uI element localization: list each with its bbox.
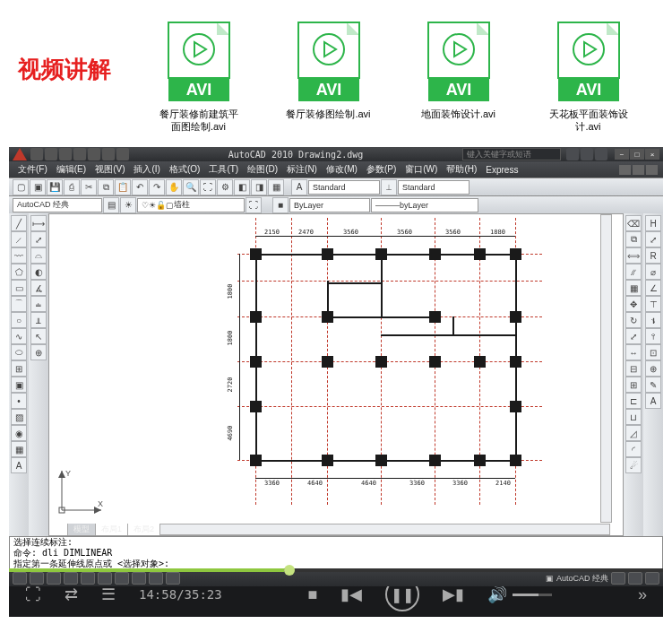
zoom-button[interactable]: 🔍 <box>183 179 199 195</box>
copy-button[interactable]: ⧉ <box>98 179 114 195</box>
status-model[interactable]: ▣ <box>546 574 554 583</box>
menu-parametric[interactable]: 参数(P) <box>363 163 400 176</box>
v-scrollbar[interactable] <box>600 214 612 523</box>
help-search-input[interactable]: 键入关键字或短语 <box>462 148 561 160</box>
mdi-close[interactable] <box>646 165 658 175</box>
qp-toggle[interactable] <box>166 572 180 585</box>
dim-style-button[interactable]: ⟂ <box>381 179 397 195</box>
dimstyle[interactable]: A <box>645 393 661 409</box>
trim-tool[interactable]: ⊟ <box>625 360 642 377</box>
qat-button[interactable] <box>45 148 57 160</box>
qat-button[interactable] <box>102 148 115 160</box>
stop-button[interactable]: ■ <box>307 585 317 604</box>
explode-tool[interactable]: ☄ <box>625 457 642 473</box>
otrack-toggle[interactable] <box>98 572 112 585</box>
status-button[interactable] <box>645 572 659 585</box>
menu-express[interactable]: Express <box>482 165 521 175</box>
color-select[interactable]: ByLayer <box>289 198 370 212</box>
chamfer-tool[interactable]: ◿ <box>625 425 642 441</box>
qat-button[interactable] <box>59 148 72 160</box>
zoom-extents[interactable]: ⛶ <box>200 179 216 195</box>
cut-button[interactable]: ✂ <box>81 179 97 195</box>
ortho-toggle[interactable] <box>47 572 61 585</box>
menu-window[interactable]: 窗口(W) <box>401 163 441 176</box>
paste-button[interactable]: 📋 <box>115 179 131 195</box>
circle-tool[interactable]: ○ <box>11 312 27 328</box>
ducs-toggle[interactable] <box>115 572 129 585</box>
dim-radius[interactable]: ◐ <box>30 264 47 280</box>
loop-icon[interactable]: ⇄ <box>65 585 78 604</box>
video-progress[interactable] <box>9 568 663 572</box>
dim-angular[interactable]: ∡ <box>30 280 47 296</box>
tab-layout2[interactable]: 布局2 <box>128 524 160 535</box>
layer-tool[interactable]: ⛶ <box>246 197 262 213</box>
polygon-tool[interactable]: ⬠ <box>11 264 27 280</box>
dimdia[interactable]: ⌀ <box>645 264 661 280</box>
table-tool[interactable]: ▦ <box>11 441 27 457</box>
point-tool[interactable]: • <box>11 393 27 409</box>
lwt-toggle[interactable] <box>149 572 163 585</box>
pan-button[interactable]: ✋ <box>166 179 182 195</box>
dim-linear[interactable]: ⟼ <box>30 215 47 231</box>
dim-leader[interactable]: ↖ <box>30 328 47 344</box>
tool-button[interactable]: ◧ <box>234 179 250 195</box>
rotate-tool[interactable]: ↻ <box>625 312 642 328</box>
qat-button[interactable] <box>30 148 43 160</box>
maximize-button[interactable]: □ <box>630 149 644 160</box>
scale-tool[interactable]: ⤢ <box>625 328 642 344</box>
status-button[interactable] <box>628 572 642 585</box>
break-tool[interactable]: ⊏ <box>625 393 642 409</box>
dimedit[interactable]: ✎ <box>645 377 661 393</box>
polar-toggle[interactable] <box>64 572 78 585</box>
open-button[interactable]: ▣ <box>30 179 46 195</box>
erase-tool[interactable]: ⌫ <box>625 215 642 231</box>
qat-button[interactable] <box>73 148 86 160</box>
line-tool[interactable]: ╱ <box>11 215 27 231</box>
text-tool[interactable]: A <box>11 457 27 473</box>
menu-draw[interactable]: 绘图(D) <box>244 163 281 176</box>
menu-modify[interactable]: 修改(M) <box>323 163 361 176</box>
spline-tool[interactable]: ∿ <box>11 328 27 344</box>
osnap-toggle[interactable] <box>81 572 95 585</box>
file-item[interactable]: AVI 餐厅装修图绘制.avi <box>286 22 371 120</box>
copy-tool[interactable]: ⧉ <box>625 231 642 247</box>
status-workspace[interactable]: AutoCAD 经典 <box>556 573 608 585</box>
join-tool[interactable]: ⊔ <box>625 409 642 425</box>
progress-knob[interactable] <box>284 565 295 576</box>
mdi-min[interactable] <box>619 165 631 175</box>
tool-button[interactable]: ▦ <box>268 179 284 195</box>
tool-button[interactable]: ⚙ <box>217 179 233 195</box>
qat-button[interactable] <box>88 148 100 160</box>
ellipse-tool[interactable]: ⬭ <box>11 344 27 360</box>
extend-tool[interactable]: ⊞ <box>625 377 642 393</box>
collapse-icon[interactable]: » <box>638 585 647 604</box>
close-button[interactable]: × <box>645 149 659 160</box>
workspace-select[interactable]: AutoCAD 经典 <box>13 198 102 212</box>
dim-center[interactable]: ⊕ <box>30 344 47 360</box>
xline-tool[interactable]: ⟋ <box>11 231 27 247</box>
menu-edit[interactable]: 编辑(E) <box>53 163 90 176</box>
arc-tool[interactable]: ⌒ <box>11 296 27 312</box>
menu-insert[interactable]: 插入(I) <box>130 163 163 176</box>
status-button[interactable] <box>611 572 625 585</box>
infocenter-button[interactable] <box>566 148 579 160</box>
dyn-toggle[interactable] <box>132 572 146 585</box>
region-tool[interactable]: ◉ <box>11 425 27 441</box>
file-item[interactable]: AVI 天花板平面装饰设计.avi <box>546 22 631 133</box>
print-button[interactable]: ⎙ <box>64 179 80 195</box>
menu-file[interactable]: 文件(F) <box>14 163 51 176</box>
dimord[interactable]: ⊤ <box>645 296 661 312</box>
volume-slider[interactable] <box>513 594 552 596</box>
volume-icon[interactable]: 🔊 <box>487 585 507 604</box>
text-style-button[interactable]: A <box>291 179 307 195</box>
snap-toggle[interactable] <box>13 572 27 585</box>
array-tool[interactable]: ▦ <box>625 280 642 296</box>
linetype-select[interactable]: ——— byLayer <box>371 198 478 212</box>
pline-tool[interactable]: 〰 <box>11 247 27 264</box>
insert-tool[interactable]: ⊞ <box>11 360 27 377</box>
dim-arc[interactable]: ⌓ <box>30 247 47 264</box>
rect-tool[interactable]: ▭ <box>11 280 27 296</box>
dimbase[interactable]: ⫮ <box>645 312 661 328</box>
layer-props-button[interactable]: ▤ <box>103 197 119 213</box>
mdi-max[interactable] <box>633 165 644 175</box>
